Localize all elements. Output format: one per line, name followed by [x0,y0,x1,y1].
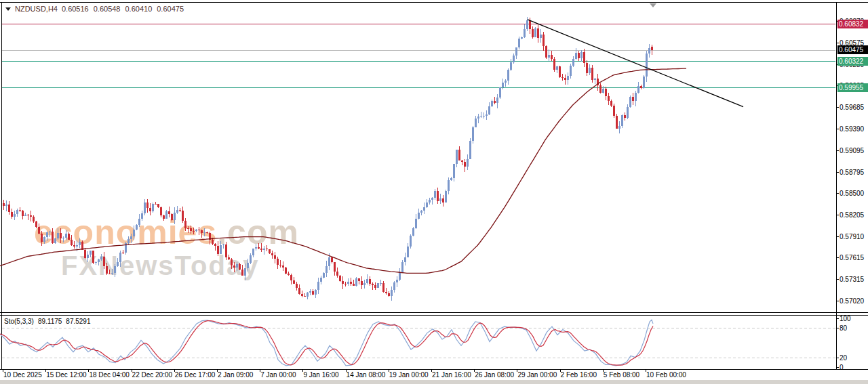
time-tick-label: 9 Jan 16:00 [303,371,338,379]
time-tick-label: 22 Dec 20:00 [132,371,173,379]
price-tick-label: 0.58500 [840,190,864,197]
price-badge-resistance-line-price: 0.60832 [837,20,868,28]
stochastic-k-value: 89.1175 [38,318,62,325]
stochastic-label: Sto(5,3,3) 89.1175 87.5291 [4,318,90,325]
stochastic-k-line [0,320,653,366]
chart-canvas[interactable] [0,0,868,384]
axis-ticks [3,22,840,372]
window-bottom-edge [0,380,868,384]
time-tick-label: 2 Jan 09:00 [218,371,253,379]
price-tick-label: 0.59685 [840,104,864,111]
time-tick-label: 18 Dec 04:00 [89,371,130,379]
price-tick-label: 0.57020 [840,297,864,305]
time-tick-label: 21 Jan 16:00 [432,371,471,379]
moving-average-line[interactable] [0,68,686,273]
time-tick-label: 10 Feb 00:00 [646,371,686,379]
stochastic-name: Sto(5,3,3) [4,318,34,325]
stochastic-d-value: 87.5291 [66,318,90,325]
time-tick-label: 15 Dec 12:00 [46,371,87,379]
stochastic-tick-label: 80 [840,324,847,332]
price-tick-label: 0.59390 [840,125,864,133]
candles-series [3,17,653,301]
chart-frame [0,2,868,370]
stochastic-d-line [0,321,653,366]
price-tick-label: 0.59095 [840,147,864,154]
time-tick-label: 19 Jan 00:00 [389,371,429,379]
price-tick-label: 0.58795 [840,169,864,176]
mt4-chart-window: economies.com FXNewsToday NZDUSD,H4 0.60… [0,0,868,384]
price-badge-support-line-price: 0.60322 [837,57,868,66]
time-tick-label: 26 Jan 08:00 [475,371,514,379]
price-tick-label: 0.58205 [840,211,864,219]
price-badge-current-price: 0.60475 [837,45,868,54]
price-axis[interactable]: 0.608700.605750.602800.599850.596850.593… [836,0,868,369]
chart-shift-marker-icon [650,3,656,7]
price-tick-label: 0.57315 [840,276,864,283]
time-tick-label: 14 Jan 08:00 [347,371,386,379]
symbol-dropdown-icon[interactable] [5,7,11,11]
ohlc-close: 0.60475 [157,5,184,13]
ohlc-open: 0.60516 [62,5,89,13]
time-axis[interactable]: 10 Dec 202515 Dec 12:0018 Dec 04:0022 De… [0,370,868,380]
time-tick-label: 26 Dec 17:00 [175,371,216,379]
time-tick-label: 7 Jan 00:00 [260,371,296,379]
ohlc-low: 0.60410 [125,5,152,13]
time-tick-label: 29 Jan 00:00 [517,371,557,379]
price-tick-label: 0.57910 [840,233,864,240]
stochastic-tick-label: 100 [840,315,851,322]
ohlc-high: 0.60548 [94,5,121,13]
horizontal-level-lines[interactable] [2,24,835,88]
time-tick-label: 2 Feb 16:00 [561,371,597,379]
price-badge-support-line-price: 0.59955 [837,83,868,92]
stochastic-tick-label: 20 [840,354,847,362]
time-tick-label: 10 Dec 2025 [3,371,42,379]
chart-header: NZDUSD,H4 0.60516 0.60548 0.60410 0.6047… [5,5,184,13]
price-tick-label: 0.57615 [840,254,864,261]
symbol-timeframe-label: NZDUSD,H4 [15,5,58,13]
time-tick-label: 5 Feb 08:00 [604,371,639,379]
